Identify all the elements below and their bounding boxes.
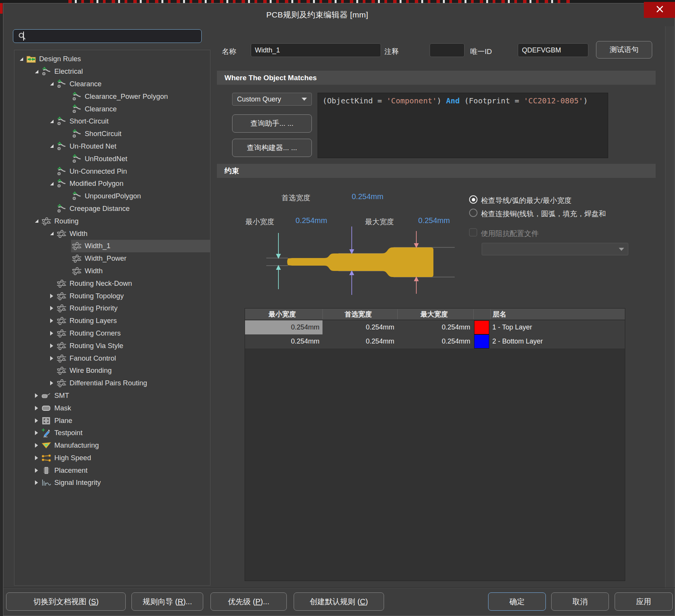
tree-item-content[interactable]: Routing Layers (56, 315, 210, 327)
tree-item-content[interactable]: High Speed (41, 452, 210, 464)
cell-max-width[interactable]: 0.254mm (397, 320, 473, 334)
tree-item-content[interactable]: Un-Connected Pin (56, 165, 210, 177)
radio-check-copper[interactable] (469, 209, 477, 217)
unique-id-field[interactable]: QDEFVGBM (518, 43, 588, 57)
expand-arrow-icon[interactable] (32, 468, 41, 473)
tree-item-content[interactable]: Signal Integrity (41, 477, 210, 489)
tree-item-content[interactable]: Clearance_Power Polygon (71, 90, 210, 103)
expand-arrow-icon[interactable] (32, 406, 41, 410)
tree-item-clearance[interactable]: Clearance (14, 78, 210, 90)
tree-item-content[interactable]: Routing Topology (56, 290, 210, 302)
table-row[interactable]: 0.254mm0.254mm0.254mm2 - Bottom Layer (245, 334, 625, 348)
expand-arrow-icon[interactable] (47, 331, 56, 336)
tree-item-content[interactable]: Electrical (41, 65, 210, 78)
tree-item-content[interactable]: Modified Polygon (56, 177, 210, 190)
tree-item-testpoint[interactable]: Testpoint (14, 427, 210, 439)
tree-item-electrical[interactable]: Electrical (14, 65, 210, 78)
apply-button[interactable]: 应用 (615, 592, 673, 611)
close-button[interactable] (644, 2, 675, 18)
tree-item-content[interactable]: Short-Circuit (56, 115, 210, 128)
tree-item-routing-via-style[interactable]: Routing Via Style (14, 339, 210, 352)
search-input[interactable] (13, 29, 202, 43)
expand-arrow-icon[interactable] (32, 480, 41, 485)
collapse-arrow-icon[interactable] (47, 120, 56, 123)
tree-item-shortcircuit[interactable]: ShortCircuit (14, 128, 210, 140)
tree-item-content[interactable]: Routing Via Style (56, 339, 210, 352)
tree-item-un-routed-net[interactable]: Un-Routed Net (14, 140, 210, 153)
tree-item-content[interactable]: Plane (41, 414, 210, 427)
tree-item-routing-priority[interactable]: Routing Priority (14, 302, 210, 315)
tree-item-placement[interactable]: Placement (14, 464, 210, 477)
cancel-button[interactable]: 取消 (551, 592, 609, 611)
tree-item-high-speed[interactable]: High Speed (14, 452, 210, 464)
tree-item-content[interactable]: Routing Corners (56, 327, 210, 340)
expand-arrow-icon[interactable] (47, 344, 56, 348)
expand-arrow-icon[interactable] (32, 431, 41, 435)
tree-item-content[interactable]: Manufacturing (41, 439, 210, 452)
tree-item-modified-polygon[interactable]: Modified Polygon (14, 177, 210, 190)
tree-item-routing-corners[interactable]: Routing Corners (14, 327, 210, 340)
tree-item-un-connected-pin[interactable]: Un-Connected Pin (14, 165, 210, 177)
collapse-arrow-icon[interactable] (47, 232, 56, 235)
tree-item-content[interactable]: Routing Priority (56, 302, 210, 315)
tree-item-manufacturing[interactable]: Manufacturing (14, 439, 210, 452)
query-builder-button[interactable]: 查询构建器... ... (232, 139, 312, 157)
tree-item-content[interactable]: Clearance (56, 78, 210, 90)
tree-item-content[interactable]: UnRoutedNet (71, 152, 210, 165)
expand-arrow-icon[interactable] (32, 393, 41, 398)
tree-item-content[interactable]: Width_1 (71, 240, 210, 252)
tree-item-width-1[interactable]: Width_1 (14, 240, 210, 252)
query-editor[interactable]: (ObjectKind = 'Component') And (Footprin… (318, 93, 608, 158)
tree-item-content[interactable]: SMT (41, 390, 210, 402)
col-layer-name[interactable]: 层名 (493, 310, 506, 319)
impedance-profile-checkbox[interactable] (469, 228, 477, 236)
radio-check-track-arc[interactable] (469, 195, 477, 204)
expand-arrow-icon[interactable] (47, 294, 56, 298)
tree-item-width[interactable]: Width (14, 227, 210, 240)
tree-item-content[interactable]: Placement (41, 464, 210, 477)
query-helper-button[interactable]: 查询助手... ... (232, 114, 312, 133)
tree-item-content[interactable]: ShortCircuit (71, 128, 210, 140)
create-default-rules-button[interactable]: 创建默认规则 (C) (294, 592, 384, 611)
tree-item-mask[interactable]: Mask (14, 402, 210, 414)
table-row[interactable]: 0.254mm0.254mm0.254mm1 - Top Layer (245, 320, 625, 334)
expand-arrow-icon[interactable] (32, 418, 41, 423)
collapse-arrow-icon[interactable] (17, 57, 25, 61)
expand-arrow-icon[interactable] (32, 456, 41, 460)
col-min-width[interactable]: 最小宽度 (269, 310, 299, 319)
tree-item-width-power[interactable]: Width_Power (14, 252, 210, 265)
tree-item-content[interactable]: Design Rules (25, 53, 210, 65)
tree-item-routing-neck-down[interactable]: Routing Neck-Down (14, 277, 210, 290)
max-width-value[interactable]: 0.254mm (418, 216, 450, 225)
tree-item-content[interactable]: Testpoint (41, 427, 210, 439)
tree-item-routing[interactable]: Routing (14, 215, 210, 227)
cell-preferred-width[interactable]: 0.254mm (322, 334, 397, 348)
tree-item-design-rules[interactable]: Design Rules (14, 53, 210, 65)
ok-button[interactable]: 确定 (488, 592, 546, 611)
vertical-scrollbar[interactable] (665, 26, 673, 589)
expand-arrow-icon[interactable] (47, 381, 56, 385)
collapse-arrow-icon[interactable] (47, 182, 56, 185)
tree-item-content[interactable]: Width_Power (71, 252, 210, 265)
tree-item-content[interactable]: Un-Routed Net (56, 140, 210, 153)
rule-wizard-button[interactable]: 规则向导 (R)... (131, 592, 203, 611)
test-query-button[interactable]: 测试语句 (596, 41, 652, 59)
impedance-profile-select[interactable] (482, 243, 628, 255)
cell-layer-name[interactable]: 1 - Top Layer (490, 320, 625, 334)
comment-field[interactable] (430, 43, 465, 57)
cell-preferred-width[interactable]: 0.254mm (322, 320, 397, 334)
switch-doc-view-button[interactable]: 切换到文档视图 (S) (6, 592, 126, 611)
tree-item-wire-bonding[interactable]: Wire Bonding (14, 364, 210, 377)
expand-arrow-icon[interactable] (47, 306, 56, 310)
tree-item-content[interactable]: Mask (41, 402, 210, 414)
collapse-arrow-icon[interactable] (32, 70, 41, 73)
tree-item-content[interactable]: Routing (41, 215, 210, 227)
tree-item-unroutednet[interactable]: UnRoutedNet (14, 152, 210, 165)
collapse-arrow-icon[interactable] (47, 82, 56, 86)
tree-item-smt[interactable]: SMT (14, 390, 210, 402)
cell-layer-name[interactable]: 2 - Bottom Layer (490, 334, 625, 348)
priorities-button[interactable]: 优先级 (P)... (210, 592, 287, 611)
tree-item-plane[interactable]: Plane (14, 414, 210, 427)
tree-item-content[interactable]: Fanout Control (56, 352, 210, 364)
collapse-arrow-icon[interactable] (32, 219, 41, 223)
